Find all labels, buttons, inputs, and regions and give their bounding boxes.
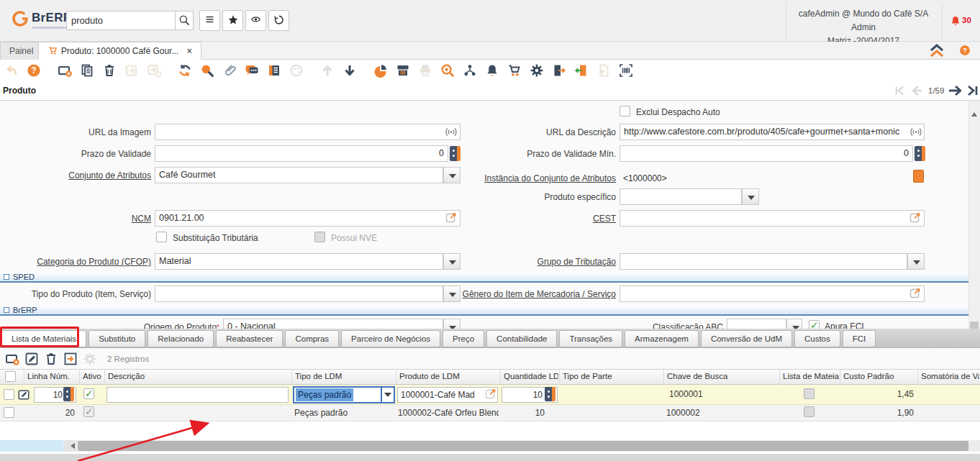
- chevron-down-icon[interactable]: [907, 253, 925, 270]
- close-icon[interactable]: ×: [187, 46, 192, 56]
- grid-new-icon[interactable]: [4, 351, 20, 367]
- section-sped[interactable]: SPED: [0, 272, 968, 283]
- delete-record-icon[interactable]: [101, 62, 118, 79]
- detail-tab-transa-es[interactable]: Transações: [559, 330, 622, 347]
- help-icon[interactable]: ?: [25, 62, 42, 79]
- instancia-edit-button[interactable]: [913, 170, 924, 183]
- requery-icon[interactable]: [176, 62, 194, 79]
- favorites-button[interactable]: [222, 10, 243, 31]
- help-icon[interactable]: ?: [959, 45, 971, 56]
- record-log-icon[interactable]: [266, 62, 283, 79]
- scroll-left-icon[interactable]: [64, 440, 76, 452]
- detail-tab-contabilidade[interactable]: Contabilidade: [486, 330, 557, 347]
- url-descricao-input[interactable]: http://www.cafestore.com.br/produto/405/…: [620, 124, 925, 140]
- grid-export-icon[interactable]: [63, 351, 78, 367]
- alert-icon[interactable]: [484, 62, 501, 79]
- login-icon[interactable]: [573, 62, 590, 79]
- zoom-across-icon[interactable]: [439, 62, 456, 79]
- horizontal-scroll-thumb[interactable]: [78, 441, 968, 451]
- detail-tab-armazenagem[interactable]: Armazenagem: [625, 330, 699, 347]
- substituicao-tributaria-checkbox[interactable]: [156, 232, 167, 242]
- column-header[interactable]: Custo Padrão: [843, 372, 917, 380]
- produto-ldm-input[interactable]: 1000001-Café Mad: [397, 387, 498, 403]
- url-broadcast-icon[interactable]: [909, 126, 922, 138]
- ativo-checkbox[interactable]: [83, 388, 94, 399]
- menu-button[interactable]: [199, 10, 220, 31]
- vertical-scrollbar[interactable]: [968, 101, 980, 333]
- detail-tab-parceiro-de-neg-cios[interactable]: Parceiro de Negócios: [341, 330, 440, 347]
- prazo-validade-min-input[interactable]: 0: [620, 145, 913, 162]
- find-icon[interactable]: [199, 62, 216, 79]
- grid-edit-icon[interactable]: [24, 351, 40, 367]
- next-record-icon[interactable]: [948, 85, 961, 96]
- genero-item-input[interactable]: [620, 286, 925, 302]
- detail-tab-lista-de-materiais[interactable]: Lista de Materiais: [1, 330, 86, 347]
- detail-tab-fci[interactable]: FCI: [843, 330, 876, 347]
- notification-bell-icon[interactable]: [950, 15, 961, 27]
- detail-tab-reabastecer[interactable]: Reabastecer: [216, 330, 283, 347]
- detail-tab-custos[interactable]: Custos: [794, 330, 840, 347]
- number-spinner[interactable]: [63, 387, 74, 401]
- attachment-icon[interactable]: [221, 62, 238, 79]
- detail-tab-compras[interactable]: Compras: [285, 330, 339, 347]
- notification-count[interactable]: 30: [962, 16, 971, 24]
- last-record-icon[interactable]: [967, 85, 979, 96]
- process-icon[interactable]: [528, 62, 545, 79]
- tipo-ldm-combobox[interactable]: Peças padrão: [293, 386, 395, 403]
- detail-tab-relacionado[interactable]: Relacionado: [148, 330, 214, 347]
- cest-input[interactable]: [620, 210, 925, 227]
- barcode-icon[interactable]: [617, 62, 635, 79]
- collapse-square-icon: [4, 274, 9, 280]
- descricao-input[interactable]: [106, 387, 289, 403]
- chat-icon[interactable]: [243, 62, 260, 79]
- new-record-icon[interactable]: [56, 62, 73, 79]
- column-header[interactable]: Somatória de Va: [921, 372, 979, 380]
- workflow-icon[interactable]: [461, 62, 478, 79]
- number-spinner[interactable]: [915, 146, 925, 161]
- archive-icon[interactable]: [394, 62, 412, 79]
- produto-especifico-select[interactable]: [620, 188, 742, 205]
- column-header[interactable]: Linha Núm.: [27, 372, 78, 380]
- column-header[interactable]: Quantidade LDM: [504, 372, 558, 380]
- logout-icon[interactable]: [550, 62, 568, 79]
- detail-record-icon[interactable]: [341, 62, 358, 79]
- column-header[interactable]: Descrição: [108, 372, 291, 380]
- detail-tab-convers-o-de-udm[interactable]: Conversão de UdM: [701, 330, 792, 347]
- scroll-up-icon[interactable]: [971, 109, 977, 117]
- tab-produto[interactable]: Produto: 1000000 Café Gour... ×: [38, 42, 201, 60]
- recent-views-button[interactable]: [245, 10, 266, 31]
- previous-record-icon[interactable]: [911, 86, 922, 96]
- select-all-checkbox[interactable]: [5, 371, 16, 382]
- open-record-icon[interactable]: [909, 212, 922, 224]
- grid-delete-icon[interactable]: [43, 351, 59, 367]
- open-record-icon[interactable]: [909, 288, 922, 300]
- chevron-down-icon[interactable]: [381, 388, 394, 402]
- number-spinner[interactable]: [545, 387, 555, 401]
- row-select-checkbox[interactable]: [4, 389, 14, 400]
- detail-tab-pre-o[interactable]: Preço: [443, 330, 484, 347]
- column-header[interactable]: Lista de Mateiais: [783, 372, 839, 380]
- column-header[interactable]: Produto de LDM: [399, 372, 499, 380]
- exclui-despacho-checkbox[interactable]: [620, 106, 630, 117]
- grupo-tributacao-select[interactable]: [620, 253, 907, 270]
- column-header[interactable]: Tipo de Parte: [563, 372, 663, 380]
- row-select-checkbox[interactable]: [4, 407, 14, 418]
- tab-painel[interactable]: Painel: [0, 42, 42, 60]
- parent-record-icon: [319, 62, 336, 79]
- first-record-icon[interactable]: [894, 86, 905, 96]
- detail-tab-substituto[interactable]: Substituto: [89, 330, 145, 347]
- column-header[interactable]: Tipo de LDM: [295, 372, 395, 380]
- history-button[interactable]: [268, 10, 289, 31]
- column-header[interactable]: Chave de Busca: [667, 372, 779, 380]
- cart-icon: [47, 45, 58, 55]
- chart-icon[interactable]: [372, 62, 389, 79]
- collapse-panel-icon[interactable]: [929, 44, 945, 58]
- open-record-icon[interactable]: [485, 388, 497, 401]
- cart-icon[interactable]: [506, 62, 523, 79]
- chevron-down-icon[interactable]: [742, 188, 759, 205]
- column-header[interactable]: Ativo: [83, 372, 104, 380]
- global-search-input[interactable]: produto: [66, 11, 176, 30]
- copy-record-icon[interactable]: [78, 62, 96, 79]
- section-brerp[interactable]: BrERP: [0, 305, 968, 316]
- search-button[interactable]: [175, 11, 194, 30]
